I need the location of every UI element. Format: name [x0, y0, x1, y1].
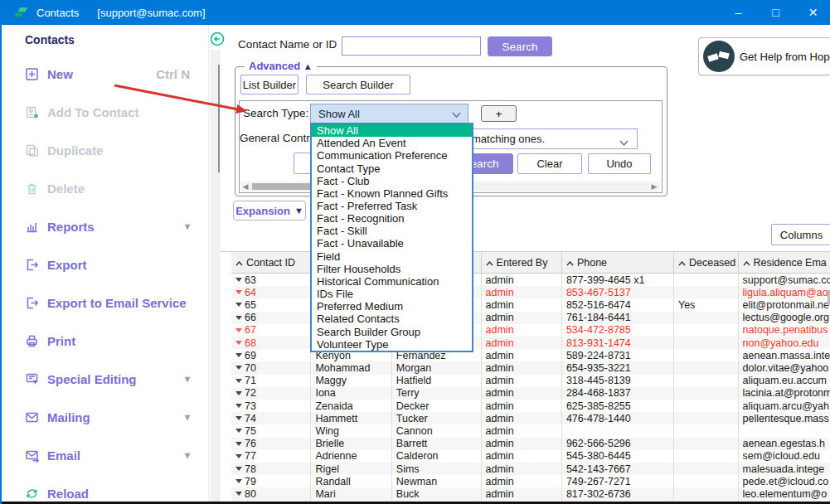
sidebar-item-mailing[interactable]: Mailing▾: [3, 398, 208, 436]
get-help-button[interactable]: Get Help from Hope: [698, 37, 830, 75]
table-row[interactable]: 71MaggyHatfieldadmin318-445-8139aliquam.…: [231, 375, 830, 387]
row-expand-icon[interactable]: [235, 278, 242, 282]
scroll-right-icon[interactable]: ▶: [649, 182, 659, 191]
row-expand-icon[interactable]: [235, 391, 242, 395]
sidebar-item-new[interactable]: NewCtrl N: [3, 55, 208, 93]
panel-scrollbar-thumb[interactable]: [218, 65, 220, 172]
expansion-button[interactable]: Expansion ▼: [233, 201, 306, 220]
contact-id-cell: 72: [231, 387, 311, 400]
table-row[interactable]: 79RandallNewmanadmin749-267-7271pede.et@…: [231, 475, 830, 487]
phone-cell: 877-399-4645 x1: [562, 274, 674, 286]
deceased-cell: [674, 361, 739, 374]
row-expand-icon[interactable]: [235, 328, 242, 332]
contact-id-cell: 64: [231, 286, 311, 298]
last-name-cell: Hatfield: [392, 375, 482, 387]
dropdown-option-attended-an-event[interactable]: Attended An Event: [312, 137, 472, 149]
clear-button[interactable]: Clear: [517, 153, 582, 174]
column-header-phone[interactable]: Phone: [562, 252, 674, 273]
dropdown-option-search-builder-group[interactable]: Search Builder Group: [312, 326, 472, 338]
table-row[interactable]: 74HammettTuckeradmin476-478-1440pellente…: [231, 412, 830, 424]
row-expand-icon[interactable]: [235, 429, 242, 433]
dropdown-option-fact-known-planned-gifts[interactable]: Fact - Known Planned Gifts: [312, 187, 472, 200]
search-builder-button[interactable]: Search Builder: [306, 75, 410, 94]
sidebar-item-reports[interactable]: Reports▾: [3, 207, 208, 245]
deceased-cell: [674, 424, 739, 437]
row-expand-icon[interactable]: [235, 479, 242, 483]
sidebar-item-reload[interactable]: Reload: [3, 474, 208, 504]
sidebar-item-label: Mailing: [47, 410, 90, 424]
dropdown-option-fact-skill[interactable]: Fact - Skill: [312, 225, 472, 237]
columns-button[interactable]: Columns: [771, 224, 830, 245]
dropdown-option-field[interactable]: Field: [312, 250, 472, 263]
dropdown-option-related-contacts[interactable]: Related Contacts: [312, 313, 472, 325]
sidebar-item-label: Special Editing: [47, 372, 137, 386]
dropdown-option-fact-club[interactable]: Fact - Club: [312, 175, 472, 187]
row-expand-icon[interactable]: [235, 416, 242, 420]
sidebar-item-special-editing[interactable]: Special Editing▾: [3, 360, 208, 398]
row-expand-icon[interactable]: [235, 353, 242, 357]
sidebar-item-export-to-email-service[interactable]: Export to Email Service: [3, 284, 208, 322]
dropdown-option-fact-preferred-task[interactable]: Fact - Preferred Task: [312, 200, 472, 212]
row-expand-icon[interactable]: [235, 341, 242, 345]
email-cell: natoque.penatibus: [739, 324, 830, 337]
advanced-legend[interactable]: Advanced ▲: [245, 60, 317, 72]
table-row[interactable]: 80MariBuckadmin817-302-6736leo.elementum…: [231, 487, 830, 500]
minimize-button[interactable]: –: [720, 0, 757, 25]
table-row[interactable]: 76BrielleBarrettadmin962-566-5296aenean.…: [231, 438, 830, 450]
sidebar-item-email[interactable]: Email▾: [3, 436, 208, 474]
column-header-deceased[interactable]: Deceased: [674, 252, 739, 273]
contact-id-cell: 66: [231, 312, 311, 324]
dropdown-option-filter-households[interactable]: Filter Households: [312, 263, 472, 275]
search-type-combo[interactable]: Show All: [310, 104, 468, 124]
row-expand-icon[interactable]: [235, 379, 242, 383]
row-expand-icon[interactable]: [235, 467, 242, 471]
column-header-contact-id[interactable]: Contact ID: [231, 252, 311, 273]
dropdown-option-show-all[interactable]: Show All: [312, 124, 472, 137]
delete-trash-icon: [25, 182, 39, 196]
deceased-cell: [674, 450, 739, 463]
table-row[interactable]: 75WingCannonadmin: [231, 424, 830, 437]
table-row[interactable]: 77AdrienneCalderonadmin545-380-6445sem@i…: [231, 450, 830, 463]
dropdown-option-communication-preference[interactable]: Communication Preference: [312, 149, 472, 162]
column-header-entered-by[interactable]: Entered By: [482, 252, 562, 273]
deceased-cell: [674, 463, 739, 475]
table-row[interactable]: 73ZenaidaDeckeradmin625-385-8255aliquam.…: [231, 400, 830, 412]
close-button[interactable]: ✕: [794, 0, 830, 25]
sidebar-item-export[interactable]: Export: [3, 245, 208, 284]
horizontal-scrollbar-thumb[interactable]: [252, 183, 310, 190]
collapse-back-icon[interactable]: [210, 32, 225, 46]
dropdown-option-fact-unavailable[interactable]: Fact - Unavailable: [312, 237, 472, 250]
dropdown-option-ids-file[interactable]: IDs File: [312, 288, 472, 300]
special-editing-icon: [25, 372, 39, 386]
row-expand-icon[interactable]: [235, 492, 242, 496]
scroll-left-icon[interactable]: ◀: [240, 182, 250, 191]
sort-caret-up-icon: [235, 257, 243, 269]
dropdown-option-contact-type[interactable]: Contact Type: [312, 162, 472, 174]
row-expand-icon[interactable]: [235, 442, 242, 446]
entered-by-cell: admin: [482, 450, 562, 463]
row-expand-icon[interactable]: [235, 290, 242, 294]
dropdown-option-preferred-medium[interactable]: Preferred Medium: [312, 300, 472, 313]
mailing-icon: [25, 410, 39, 424]
undo-button[interactable]: Undo: [588, 153, 651, 174]
table-row[interactable]: 70MohammadMorganadmin654-935-3221dolor.v…: [231, 361, 830, 374]
maximize-button[interactable]: □: [757, 0, 794, 25]
add-criterion-button[interactable]: +: [481, 105, 517, 122]
row-expand-icon[interactable]: [235, 404, 242, 408]
table-row[interactable]: 78RigelSimsadmin542-143-7667malesuada.in…: [231, 463, 830, 475]
dropdown-option-volunteer-type[interactable]: Volunteer Type: [312, 338, 472, 351]
dropdown-option-fact-recognition[interactable]: Fact - Recognition: [312, 212, 472, 225]
reload-icon: [25, 487, 39, 501]
column-header-residence-ema[interactable]: Residence Ema: [739, 252, 830, 273]
row-expand-icon[interactable]: [235, 366, 242, 370]
sidebar-item-print[interactable]: Print: [3, 322, 208, 360]
dropdown-option-historical-communication[interactable]: Historical Communication: [312, 275, 472, 288]
contact-search-input[interactable]: [342, 36, 481, 56]
search-button[interactable]: Search: [488, 36, 552, 56]
last-name-cell: Cannon: [392, 424, 482, 437]
table-row[interactable]: 72IonaTerryadmin284-468-1837lacinia.at@p…: [231, 387, 830, 400]
row-expand-icon[interactable]: [235, 454, 242, 458]
row-expand-icon[interactable]: [235, 303, 242, 307]
row-expand-icon[interactable]: [235, 316, 242, 320]
list-builder-button[interactable]: List Builder: [240, 75, 299, 94]
